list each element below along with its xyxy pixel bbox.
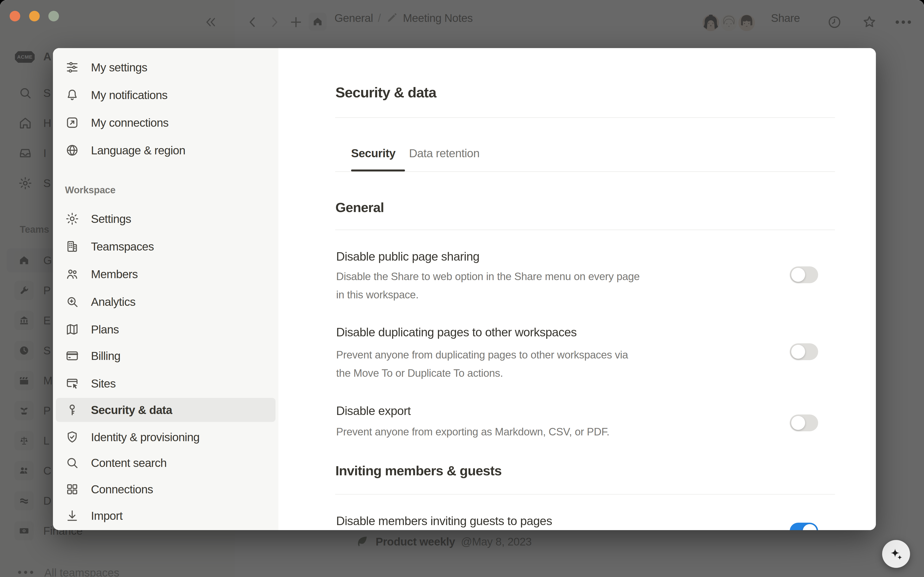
bell-icon <box>65 88 79 102</box>
download-icon <box>65 508 79 523</box>
settings-nav-language-region[interactable]: Language & region <box>56 138 276 162</box>
divider <box>335 171 835 172</box>
globe-icon <box>65 143 79 158</box>
active-tab-underline <box>351 169 405 171</box>
people-icon <box>65 267 79 281</box>
settings-nav-plans[interactable]: Plans <box>56 318 276 342</box>
settings-sidebar: My settings My notifications My connecti… <box>53 48 278 530</box>
setting-description: Prevent anyone from exporting as Markdow… <box>336 423 609 441</box>
setting-title: Disable export <box>336 404 411 418</box>
divider <box>335 230 835 230</box>
setting-title: Disable duplicating pages to other works… <box>336 325 577 339</box>
notion-ai-button[interactable] <box>882 540 910 568</box>
settings-nav-teamspaces[interactable]: Teamspaces <box>56 234 276 258</box>
gear-icon <box>65 211 79 226</box>
setting-title: Disable members inviting guests to pages <box>336 514 552 528</box>
setting-description: Prevent anyone from duplicating pages to… <box>336 346 628 382</box>
magnifier-plus-icon <box>65 295 79 309</box>
settings-nav-billing[interactable]: Billing <box>56 344 276 368</box>
divider <box>335 117 835 118</box>
settings-nav-security-data[interactable]: Security & data <box>56 398 276 422</box>
building-icon <box>65 239 79 254</box>
map-icon <box>65 322 79 337</box>
settings-nav-my-settings[interactable]: My settings <box>56 55 276 79</box>
credit-card-icon <box>65 349 79 363</box>
browser-cursor-icon <box>65 376 79 391</box>
settings-nav-settings[interactable]: Settings <box>56 207 276 231</box>
settings-page-title: Security & data <box>336 84 436 101</box>
tab-data-retention[interactable]: Data retention <box>409 147 480 160</box>
workspace-section-header: Workspace <box>65 185 115 195</box>
settings-nav-content-search[interactable]: Content search <box>56 451 276 475</box>
section-heading-inviting: Inviting members & guests <box>336 463 502 479</box>
setting-description: Disable the Share to web option in the S… <box>336 268 640 304</box>
toggle-disable-duplicating-pages[interactable] <box>790 343 818 360</box>
settings-content: Security & data Security Data retention … <box>278 48 876 530</box>
section-heading-general: General <box>336 200 384 215</box>
shield-check-icon <box>65 430 79 444</box>
toggle-disable-export[interactable] <box>790 414 818 431</box>
settings-nav-analytics[interactable]: Analytics <box>56 290 276 314</box>
tab-security[interactable]: Security <box>351 147 396 160</box>
sliders-icon <box>65 60 79 74</box>
settings-nav-sites[interactable]: Sites <box>56 371 276 395</box>
settings-nav-identity-provisioning[interactable]: Identity & provisioning <box>56 425 276 449</box>
toggle-disable-public-page-sharing[interactable] <box>790 266 818 283</box>
setting-title: Disable public page sharing <box>336 250 479 263</box>
settings-nav-my-notifications[interactable]: My notifications <box>56 83 276 107</box>
settings-nav-members[interactable]: Members <box>56 262 276 286</box>
zoom-window-button[interactable] <box>48 11 59 21</box>
settings-nav-my-connections[interactable]: My connections <box>56 111 276 135</box>
notion-window: ACME A S H I S Teams G P <box>0 0 924 577</box>
settings-nav-import[interactable]: Import <box>56 504 276 528</box>
minimize-window-button[interactable] <box>29 11 40 21</box>
arrow-up-right-square-icon <box>65 115 79 130</box>
grid-icon <box>65 482 79 496</box>
close-window-button[interactable] <box>10 11 20 21</box>
settings-nav-connections[interactable]: Connections <box>56 477 276 501</box>
divider <box>335 494 835 495</box>
key-icon <box>65 403 79 417</box>
settings-modal: My settings My notifications My connecti… <box>53 48 876 530</box>
search-icon <box>65 456 79 470</box>
sparkle-icon <box>888 546 904 562</box>
toggle-disable-members-inviting-guests[interactable] <box>790 523 818 530</box>
settings-tabs: Security Data retention <box>351 147 480 160</box>
